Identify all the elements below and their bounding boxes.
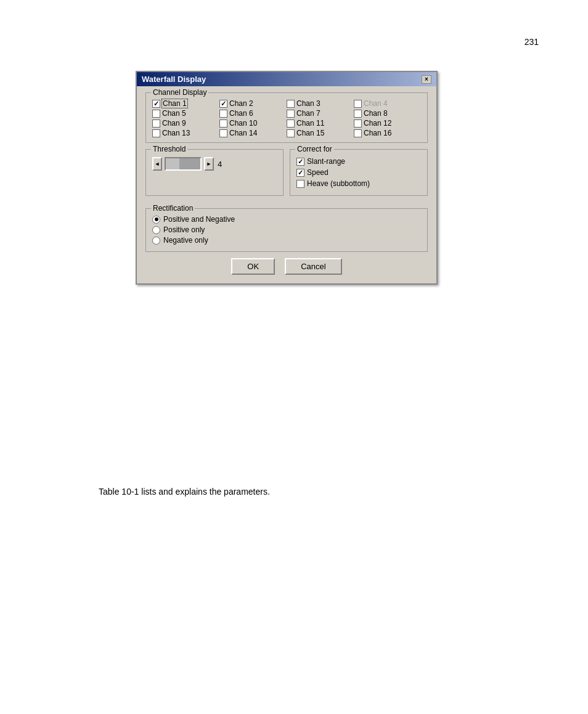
channel-item-6[interactable]: Chan 6 [219, 109, 287, 118]
threshold-inner: ◄ ► 4 [152, 157, 277, 171]
rectification-label-2: Negative only [163, 236, 208, 245]
correct-checkbox-2[interactable] [296, 180, 304, 188]
channel-label-8: Chan 8 [364, 109, 388, 118]
channel-checkbox-2[interactable] [219, 100, 227, 108]
channel-checkbox-4[interactable] [354, 100, 362, 108]
channel-label-11: Chan 11 [296, 119, 324, 128]
threshold-label: Threshold [151, 145, 187, 153]
channel-display-label: Channel Display [151, 88, 208, 97]
channel-label-15: Chan 15 [296, 129, 324, 137]
channel-label-4: Chan 4 [364, 99, 388, 108]
channel-label-6: Chan 6 [229, 109, 253, 118]
waterfall-display-dialog: Waterfall Display × Channel Display Chan… [136, 71, 438, 285]
channel-checkbox-1[interactable] [152, 100, 160, 108]
rectification-item-1[interactable]: Positive only [152, 225, 421, 234]
lower-section: Threshold ◄ ► 4 Correct for Slant-rangeS… [145, 149, 428, 202]
correct-for-label: Correct for [295, 145, 334, 153]
correct-for-group: Correct for Slant-rangeSpeedHeave (subbo… [290, 149, 428, 196]
channel-item-1[interactable]: Chan 1 [152, 99, 219, 108]
channel-checkbox-16[interactable] [354, 129, 362, 137]
channel-checkbox-14[interactable] [219, 129, 227, 137]
dialog-wrapper: Waterfall Display × Channel Display Chan… [136, 71, 438, 285]
channel-item-3[interactable]: Chan 3 [287, 99, 354, 108]
correct-checkbox-1[interactable] [296, 169, 304, 177]
channel-checkbox-13[interactable] [152, 129, 160, 137]
channel-label-3: Chan 3 [296, 99, 321, 108]
channel-item-10[interactable]: Chan 10 [219, 119, 287, 128]
dialog-title: Waterfall Display [142, 75, 206, 84]
channel-item-9[interactable]: Chan 9 [152, 119, 219, 128]
channel-item-7[interactable]: Chan 7 [287, 109, 354, 118]
channel-checkbox-15[interactable] [287, 129, 295, 137]
correct-label-2: Heave (subbottom) [307, 179, 370, 188]
channel-checkbox-10[interactable] [219, 120, 227, 128]
channel-item-16[interactable]: Chan 16 [354, 129, 421, 137]
rectification-label-0: Positive and Negative [163, 215, 235, 224]
channel-label-2: Chan 2 [229, 99, 253, 108]
dialog-body: Channel Display Chan 1Chan 2Chan 3Chan 4… [137, 86, 436, 283]
close-button[interactable]: × [422, 75, 431, 84]
channel-checkbox-5[interactable] [152, 110, 160, 118]
rectification-radio-2[interactable] [152, 237, 160, 245]
rectification-radio-1[interactable] [152, 226, 160, 234]
channel-checkbox-9[interactable] [152, 120, 160, 128]
rectification-label: Rectification [151, 204, 195, 213]
correct-checkbox-0[interactable] [296, 158, 304, 166]
channel-item-11[interactable]: Chan 11 [287, 119, 354, 128]
channel-label-10: Chan 10 [229, 119, 257, 128]
page-caption: Table 10-1 lists and explains the parame… [99, 487, 270, 497]
channel-checkbox-3[interactable] [287, 100, 295, 108]
channel-checkbox-12[interactable] [354, 120, 362, 128]
correct-item-0[interactable]: Slant-range [296, 157, 421, 166]
correct-item-2[interactable]: Heave (subbottom) [296, 179, 421, 188]
rectification-options: Positive and NegativePositive onlyNegati… [152, 215, 421, 245]
channel-label-12: Chan 12 [364, 119, 391, 128]
channel-label-5: Chan 5 [162, 109, 186, 118]
cancel-button[interactable]: Cancel [285, 258, 341, 275]
correct-label-0: Slant-range [307, 157, 345, 166]
channel-label-13: Chan 13 [162, 129, 190, 137]
ok-button[interactable]: OK [231, 258, 275, 275]
channel-item-12[interactable]: Chan 12 [354, 119, 421, 128]
channel-item-15[interactable]: Chan 15 [287, 129, 354, 137]
threshold-slider[interactable] [165, 157, 202, 171]
correct-for-inner: Slant-rangeSpeedHeave (subbottom) [296, 157, 421, 188]
channel-item-2[interactable]: Chan 2 [219, 99, 287, 108]
threshold-group: Threshold ◄ ► 4 [145, 149, 284, 196]
channel-item-5[interactable]: Chan 5 [152, 109, 219, 118]
channel-checkbox-8[interactable] [354, 110, 362, 118]
threshold-right-arrow[interactable]: ► [204, 157, 214, 171]
rectification-group: Rectification Positive and NegativePosit… [145, 208, 428, 252]
channel-item-8[interactable]: Chan 8 [354, 109, 421, 118]
channel-display-group: Channel Display Chan 1Chan 2Chan 3Chan 4… [145, 92, 428, 143]
button-row: OK Cancel [145, 258, 428, 275]
channel-item-14[interactable]: Chan 14 [219, 129, 287, 137]
channel-label-7: Chan 7 [296, 109, 321, 118]
correct-label-1: Speed [307, 168, 329, 177]
correct-item-1[interactable]: Speed [296, 168, 421, 177]
channel-item-13[interactable]: Chan 13 [152, 129, 219, 137]
channel-checkbox-6[interactable] [219, 110, 227, 118]
threshold-value: 4 [218, 160, 222, 169]
channel-label-9: Chan 9 [162, 119, 186, 128]
channel-checkbox-7[interactable] [287, 110, 295, 118]
threshold-left-arrow[interactable]: ◄ [152, 157, 162, 171]
channel-label-1: Chan 1 [162, 99, 187, 108]
rectification-item-0[interactable]: Positive and Negative [152, 215, 421, 224]
rectification-label-1: Positive only [163, 225, 205, 234]
channel-checkbox-11[interactable] [287, 120, 295, 128]
dialog-titlebar: Waterfall Display × [137, 72, 436, 86]
rectification-item-2[interactable]: Negative only [152, 236, 421, 245]
channel-item-4[interactable]: Chan 4 [354, 99, 421, 108]
rectification-radio-0[interactable] [152, 216, 160, 224]
page-number: 231 [525, 37, 539, 47]
channel-grid: Chan 1Chan 2Chan 3Chan 4Chan 5Chan 6Chan… [152, 99, 421, 137]
channel-label-16: Chan 16 [364, 129, 391, 137]
channel-label-14: Chan 14 [229, 129, 257, 137]
